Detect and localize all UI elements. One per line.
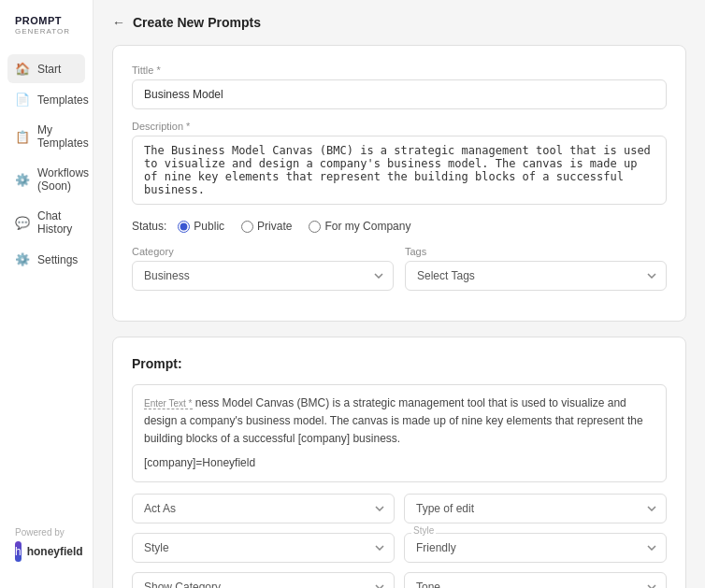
radio-private[interactable]: Private: [241, 220, 292, 233]
tone-wrap: Tone: [404, 572, 667, 588]
tags-field-group: Tags Select Tags: [405, 246, 667, 291]
sidebar-item-chat-history[interactable]: 💬 Chat History: [7, 202, 85, 243]
style-label: Style: [411, 525, 436, 536]
title-field-group: Tittle *: [132, 65, 667, 109]
radio-public-label: Public: [194, 220, 224, 233]
prompt-heading: Prompt:: [132, 356, 667, 371]
sidebar-item-label: Templates: [37, 93, 89, 107]
tags-select[interactable]: Select Tags: [405, 261, 667, 291]
description-field-group: Description * The Business Model Canvas …: [132, 121, 667, 208]
sidebar-item-label: Settings: [37, 253, 78, 266]
show-category-select[interactable]: Show Category: [132, 572, 395, 588]
prompt-section: Prompt: Enter Text * ness Model Canvas (…: [112, 337, 686, 588]
radio-public-input[interactable]: [178, 221, 190, 233]
sidebar-item-label: Chat History: [37, 209, 78, 236]
tone-select[interactable]: Tone: [404, 572, 667, 588]
radio-company-label: For my Company: [324, 220, 410, 233]
prompt-text-box: Enter Text * ness Model Canvas (BMC) is …: [132, 384, 667, 482]
sidebar-item-label: Workflows (Soon): [37, 166, 89, 193]
category-field-group: Category Business: [132, 246, 394, 291]
status-label: Status:: [132, 220, 166, 233]
radio-private-label: Private: [257, 220, 292, 233]
category-select[interactable]: Business: [132, 261, 394, 291]
page-title: Create New Prompts: [133, 15, 261, 30]
title-input[interactable]: [132, 79, 667, 109]
sidebar-nav: 🏠 Start 📄 Templates 📋 My Templates ⚙️ Wo…: [0, 54, 93, 516]
sidebar-item-my-templates[interactable]: 📋 My Templates: [7, 116, 85, 157]
sidebar-item-start[interactable]: 🏠 Start: [7, 54, 85, 83]
tags-label: Tags: [405, 246, 667, 257]
settings-icon: ⚙️: [15, 252, 30, 266]
show-category-wrap: Show Category: [132, 572, 395, 588]
sidebar-item-label: Start: [37, 63, 61, 76]
sidebar-item-templates[interactable]: 📄 Templates: [7, 85, 85, 114]
enter-text-label: Enter Text *: [144, 398, 193, 409]
sidebar-footer: Powered by h honeyfield: [0, 516, 93, 573]
dropdowns-row-3: Show Category Tone: [132, 572, 667, 588]
brand-container: h honeyfield: [15, 541, 78, 562]
radio-company[interactable]: For my Company: [309, 220, 410, 233]
sidebar-item-label: My Templates: [37, 123, 89, 150]
powered-by-label: Powered by: [15, 527, 78, 538]
dropdowns-row-1: Act As Type of edit: [132, 494, 667, 523]
main-content: ← Create New Prompts Tittle * Descriptio…: [94, 0, 705, 588]
chat-history-icon: 💬: [15, 216, 30, 230]
sidebar: PROMPT GENERATOR 🏠 Start 📄 Templates 📋 M…: [0, 0, 94, 588]
style-friendly-wrap: Style Friendly: [404, 533, 667, 563]
style-friendly-select[interactable]: Friendly: [404, 533, 667, 563]
dropdowns-row-2: Style Style Friendly: [132, 533, 667, 563]
style-select[interactable]: Style: [132, 533, 395, 563]
title-label: Tittle *: [132, 65, 667, 76]
back-button[interactable]: ←: [112, 15, 125, 30]
status-row: Status: Public Private For my Company: [132, 220, 667, 233]
category-label: Category: [132, 246, 394, 257]
act-as-wrap: Act As: [132, 494, 395, 523]
type-of-edit-select[interactable]: Type of edit: [404, 494, 667, 523]
brand-logo: h: [15, 541, 22, 562]
form-card: Tittle * Description * The Business Mode…: [112, 45, 686, 322]
brand-name: honeyfield: [27, 545, 83, 558]
templates-icon: 📄: [15, 93, 30, 107]
description-textarea[interactable]: The Business Model Canvas (BMC) is a str…: [132, 136, 667, 205]
prompt-body-text: ness Model Canvas (BMC) is a strategic m…: [144, 396, 643, 445]
category-tags-row: Category Business Tags Select Tags: [132, 246, 667, 302]
sidebar-logo: PROMPT GENERATOR: [0, 15, 93, 54]
sidebar-item-settings[interactable]: ⚙️ Settings: [7, 245, 85, 274]
description-label: Description *: [132, 121, 667, 132]
home-icon: 🏠: [15, 62, 30, 76]
sidebar-item-workflows[interactable]: ⚙️ Workflows (Soon): [7, 159, 85, 200]
radio-private-input[interactable]: [241, 221, 253, 233]
type-of-edit-wrap: Type of edit: [404, 494, 667, 523]
page-header: ← Create New Prompts: [112, 15, 686, 30]
radio-company-input[interactable]: [309, 221, 321, 233]
radio-public[interactable]: Public: [178, 220, 224, 233]
logo-subtitle: GENERATOR: [15, 27, 78, 36]
act-as-select[interactable]: Act As: [132, 494, 395, 523]
my-templates-icon: 📋: [15, 130, 30, 144]
workflows-icon: ⚙️: [15, 173, 30, 187]
company-variable: [company]=Honeyfield: [144, 454, 655, 472]
style-wrap: Style: [132, 533, 395, 563]
logo-title: PROMPT: [15, 15, 78, 27]
